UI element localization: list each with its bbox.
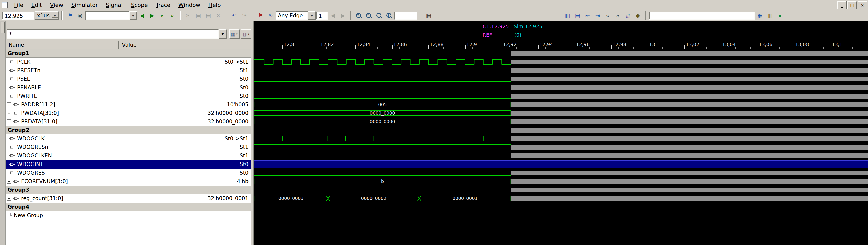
edge-type-dropdown[interactable]: Any Edge▼: [276, 11, 315, 20]
time-units-dropdown[interactable]: x1us▼: [35, 11, 59, 20]
cut-button[interactable]: ✂: [184, 11, 193, 20]
group-row-Group1[interactable]: Group1: [5, 49, 251, 58]
time-cursor[interactable]: [510, 21, 511, 245]
expand-icon[interactable]: +: [6, 111, 11, 115]
add-signals-button[interactable]: ▦▼: [229, 29, 240, 39]
compare-button[interactable]: ◆: [633, 11, 643, 20]
collapse-stripes-button[interactable]: ▤: [573, 11, 582, 20]
signal-row-PCLK[interactable]: PCLKSt0->St1: [5, 58, 251, 66]
signal-row-PRDATA-31-0-[interactable]: +PRDATA[31:0]32'h0000_0000: [5, 117, 251, 126]
delete-button[interactable]: ×: [214, 11, 223, 20]
signal-row-PRESETn[interactable]: PRESETnSt1: [5, 66, 251, 75]
signal-row-ECOREVNUM-3-0-[interactable]: +ECOREVNUM[3:0]4'hb: [5, 177, 251, 185]
expand-icon[interactable]: +: [6, 102, 11, 107]
close-button[interactable]: ×: [858, 1, 867, 9]
menu-scope[interactable]: Scope: [127, 0, 152, 10]
signal-row-WDOGCLKEN[interactable]: WDOGCLKENSt1: [5, 151, 251, 160]
snapshot-field[interactable]: [649, 11, 754, 20]
column-layout-button[interactable]: ▥▼: [241, 29, 251, 39]
signal-row-WDOGINT[interactable]: WDOGINTSt0: [5, 160, 251, 169]
last-page-button[interactable]: »: [613, 11, 622, 20]
ruler-major-tick: [538, 45, 539, 49]
expand-icon[interactable]: +: [6, 196, 11, 201]
goto-end-button[interactable]: »: [167, 11, 177, 20]
menu-help[interactable]: Help: [204, 0, 225, 10]
group-row-Group3[interactable]: Group3: [5, 185, 251, 194]
schematic-window-button[interactable]: ▥: [765, 11, 775, 20]
expand-icon[interactable]: +: [6, 119, 11, 124]
search-signals-button[interactable]: ◉: [75, 11, 85, 20]
signal-row-WDOGRESn[interactable]: WDOGRESnSt1: [5, 143, 251, 151]
signal-row-PADDR-11-2-[interactable]: +PADDR[11:2]10'h005: [5, 100, 251, 109]
signal-row-PWRITE[interactable]: PWRITESt0: [5, 92, 251, 100]
zoom-fit-button[interactable]: =: [374, 11, 384, 20]
signal-name-label: PSEL: [17, 76, 30, 82]
expand-stripes-icon: ▥: [565, 13, 570, 18]
group-row-Group4[interactable]: Group4: [5, 203, 251, 211]
panel-splitter[interactable]: [251, 21, 253, 245]
reinvoke-simulator-button[interactable]: ●: [775, 11, 785, 20]
group-row-Group2[interactable]: Group2: [5, 126, 251, 134]
edge-mode-button[interactable]: ∿: [266, 11, 275, 20]
name-column-header[interactable]: Name: [5, 41, 119, 49]
menu-window[interactable]: Window: [175, 0, 204, 10]
first-page-button[interactable]: «: [603, 11, 613, 20]
menu-signal[interactable]: Signal: [102, 0, 127, 10]
menu-view[interactable]: View: [46, 0, 67, 10]
goto-previous-edge-button[interactable]: ◀: [137, 11, 147, 20]
undo-icon: ↶: [232, 13, 237, 18]
restore-button[interactable]: □: [847, 1, 857, 9]
paste-button[interactable]: ▤: [204, 11, 213, 20]
cursor-to-bottom-button[interactable]: ↓: [434, 11, 443, 20]
goto-start-button[interactable]: «: [157, 11, 167, 20]
signal-row-PWDATA-31-0-[interactable]: +PWDATA[31:0]32'h0000_0000: [5, 109, 251, 117]
search-backward-button[interactable]: ◀: [328, 11, 338, 20]
edge-count-field[interactable]: 1: [316, 11, 328, 20]
goto-next-edge-button[interactable]: ▶: [147, 11, 157, 20]
menu-trace[interactable]: Trace: [152, 0, 174, 10]
previous-transition-button[interactable]: ⇤: [583, 11, 592, 20]
menu-simulator[interactable]: Simulator: [67, 0, 102, 10]
menu-file[interactable]: File: [10, 0, 27, 10]
zoom-out-button[interactable]: −: [364, 11, 374, 20]
signal-row-PSEL[interactable]: PSELSt0: [5, 75, 251, 83]
signal-row-PENABLE[interactable]: PENABLESt0: [5, 83, 251, 92]
signal-pin-icon: [8, 154, 15, 158]
redo-button[interactable]: ↷: [240, 11, 249, 20]
signal-search-combo[interactable]: ▼: [85, 11, 137, 20]
signal-options-button[interactable]: ▧: [623, 11, 632, 20]
ruler-major-tick: [429, 45, 429, 49]
search-forward-button[interactable]: ▶: [338, 11, 348, 20]
menu-edit[interactable]: Edit: [27, 0, 46, 10]
next-transition-button[interactable]: ⇥: [593, 11, 602, 20]
signal-row-reg-count-31-0-[interactable]: +reg_count[31:0]32'h0000_0001: [5, 194, 251, 203]
sim-sub-label: (0): [514, 32, 521, 38]
vertical-scrollbar[interactable]: [0, 21, 5, 245]
value-column-header[interactable]: Value: [119, 41, 251, 49]
copy-button[interactable]: ▣: [193, 11, 203, 20]
add-marker-button[interactable]: ⚑: [256, 11, 265, 20]
zoom-cursor-button[interactable]: |: [384, 11, 394, 20]
signal-row-WDOGCLK[interactable]: WDOGCLKSt0->St1: [5, 134, 251, 143]
expand-stripes-button[interactable]: ▥: [563, 11, 572, 20]
signal-row-WDOGRES[interactable]: WDOGRESSt0: [5, 169, 251, 177]
expand-icon[interactable]: +: [6, 179, 11, 183]
waveform-window-button[interactable]: ▦: [755, 11, 765, 20]
window-menu-icon[interactable]: [2, 2, 7, 8]
zoom-in-button[interactable]: +: [354, 11, 364, 20]
chevron-down-icon[interactable]: ▼: [219, 29, 227, 39]
waveform-canvas[interactable]: 0050000_00000000_0000b0000_00030000_0002…: [253, 49, 868, 245]
signal-name-label: PWRITE: [17, 93, 37, 99]
signal-filter-input[interactable]: [6, 29, 219, 39]
cursor-time-label[interactable]: C1:12.925: [483, 23, 508, 29]
ruler-minor-tick: [604, 47, 604, 49]
time-field[interactable]: 12.925: [2, 11, 34, 20]
markers-button[interactable]: ⚑: [65, 11, 75, 20]
zoom-range-field[interactable]: [394, 11, 417, 20]
time-ruler[interactable]: 12,812,8212,8412,8612,8812,912,9212,9412…: [253, 41, 868, 49]
grid-button[interactable]: ▦: [424, 11, 434, 20]
undo-button[interactable]: ↶: [230, 11, 239, 20]
group-row-New-Group[interactable]: └New Group: [5, 211, 251, 220]
minimize-button[interactable]: _: [837, 1, 847, 9]
scrollbar-thumb[interactable]: [0, 22, 5, 33]
